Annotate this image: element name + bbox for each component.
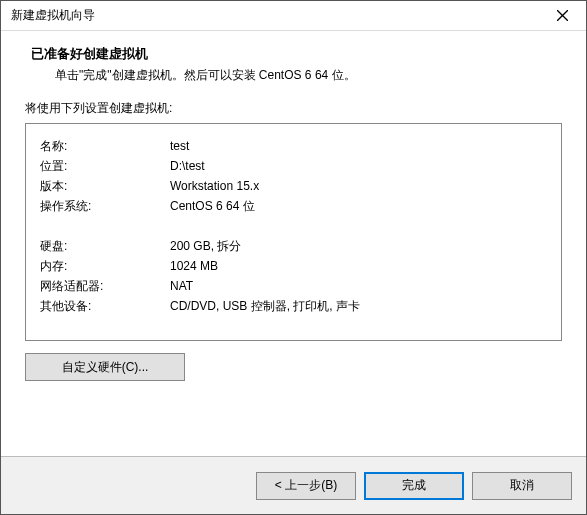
summary-row: 其他设备: CD/DVD, USB 控制器, 打印机, 声卡 <box>40 296 547 316</box>
wizard-body: 将使用下列设置创建虚拟机: 名称: test 位置: D:\test 版本: W… <box>1 94 586 456</box>
wizard-footer: < 上一步(B) 完成 取消 <box>1 456 586 514</box>
summary-row: 内存: 1024 MB <box>40 256 547 276</box>
summary-value: 200 GB, 拆分 <box>170 236 547 256</box>
summary-value: CentOS 6 64 位 <box>170 196 547 216</box>
summary-value: Workstation 15.x <box>170 176 547 196</box>
summary-label: 版本: <box>40 176 170 196</box>
window-title: 新建虚拟机向导 <box>11 7 95 24</box>
finish-button[interactable]: 完成 <box>364 472 464 500</box>
summary-value: 1024 MB <box>170 256 547 276</box>
summary-label: 名称: <box>40 136 170 156</box>
summary-label: 操作系统: <box>40 196 170 216</box>
settings-caption: 将使用下列设置创建虚拟机: <box>25 100 562 117</box>
cancel-button[interactable]: 取消 <box>472 472 572 500</box>
back-button[interactable]: < 上一步(B) <box>256 472 356 500</box>
summary-value: D:\test <box>170 156 547 176</box>
summary-row: 名称: test <box>40 136 547 156</box>
summary-row: 操作系统: CentOS 6 64 位 <box>40 196 547 216</box>
settings-summary-box: 名称: test 位置: D:\test 版本: Workstation 15.… <box>25 123 562 341</box>
spacer <box>40 216 547 236</box>
page-title: 已准备好创建虚拟机 <box>31 45 562 63</box>
summary-label: 内存: <box>40 256 170 276</box>
summary-row: 位置: D:\test <box>40 156 547 176</box>
customize-hardware-button[interactable]: 自定义硬件(C)... <box>25 353 185 381</box>
summary-value: test <box>170 136 547 156</box>
page-subtitle: 单击"完成"创建虚拟机。然后可以安装 CentOS 6 64 位。 <box>31 67 562 84</box>
close-icon <box>557 10 568 21</box>
titlebar: 新建虚拟机向导 <box>1 1 586 31</box>
summary-row: 网络适配器: NAT <box>40 276 547 296</box>
summary-label: 网络适配器: <box>40 276 170 296</box>
close-button[interactable] <box>542 2 582 30</box>
summary-value: NAT <box>170 276 547 296</box>
summary-label: 硬盘: <box>40 236 170 256</box>
wizard-header: 已准备好创建虚拟机 单击"完成"创建虚拟机。然后可以安装 CentOS 6 64… <box>1 31 586 94</box>
summary-row: 硬盘: 200 GB, 拆分 <box>40 236 547 256</box>
summary-label: 位置: <box>40 156 170 176</box>
summary-value: CD/DVD, USB 控制器, 打印机, 声卡 <box>170 296 547 316</box>
wizard-window: 新建虚拟机向导 已准备好创建虚拟机 单击"完成"创建虚拟机。然后可以安装 Cen… <box>0 0 587 515</box>
summary-label: 其他设备: <box>40 296 170 316</box>
summary-row: 版本: Workstation 15.x <box>40 176 547 196</box>
